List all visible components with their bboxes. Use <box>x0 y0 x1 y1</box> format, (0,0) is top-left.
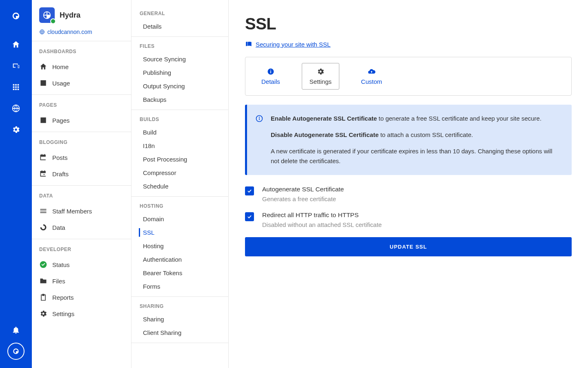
nav-item-reports[interactable]: Reports <box>32 289 131 305</box>
settings-section: BUILDSBuildI18nPost ProcessingCompressor… <box>131 110 228 197</box>
tab-custom[interactable]: Custom <box>353 63 390 90</box>
donut-icon <box>39 223 47 231</box>
settings-heading: SHARING <box>131 303 228 312</box>
nav-item-posts[interactable]: Posts <box>32 149 131 166</box>
banner-enable-rest: to generate a free SSL certificate and k… <box>377 115 541 122</box>
settings-item-hosting[interactable]: Hosting <box>131 239 228 253</box>
site-domain-link[interactable]: cloudcannon.com <box>39 29 124 35</box>
rail-home-icon[interactable] <box>7 36 24 53</box>
nav-heading: BLOGGING <box>32 138 131 149</box>
status-dot-icon <box>50 18 56 24</box>
nav-heading: DATA <box>32 191 131 203</box>
cloud-up-icon <box>368 67 376 76</box>
settings-item-bearer-tokens[interactable]: Bearer Tokens <box>131 266 228 280</box>
nav-item-files[interactable]: Files <box>32 273 131 289</box>
svg-rect-1 <box>270 71 271 73</box>
settings-item-compressor[interactable]: Compressor <box>131 166 228 180</box>
gear-icon <box>39 310 47 318</box>
gear-icon <box>316 67 325 76</box>
settings-item-i18n[interactable]: I18n <box>131 139 228 153</box>
settings-heading: BUILDS <box>131 117 228 126</box>
nav-item-drafts[interactable]: Drafts <box>32 166 131 182</box>
tab-label: Settings <box>310 78 332 85</box>
banner-note: A new certificate is generated if your c… <box>271 146 562 166</box>
settings-item-schedule[interactable]: Schedule <box>131 180 228 193</box>
folder-icon <box>39 277 47 285</box>
nav-item-label: Files <box>52 278 65 285</box>
nav-item-data[interactable]: Data <box>32 219 131 236</box>
nav-item-label: Data <box>52 224 65 231</box>
settings-section: GENERALDetails <box>131 4 228 37</box>
nav-item-settings[interactable]: Settings <box>32 305 131 322</box>
nav-section: DASHBOARDSHomeUsage <box>32 41 131 95</box>
nav-item-usage[interactable]: Usage <box>32 75 131 91</box>
nav-item-status[interactable]: Status <box>32 256 131 273</box>
tab-label: Details <box>261 78 280 85</box>
settings-item-domain[interactable]: Domain <box>131 212 228 226</box>
tab-settings[interactable]: Settings <box>302 63 339 90</box>
nav-item-label: Reports <box>52 294 74 301</box>
checkbox[interactable] <box>245 212 254 221</box>
update-ssl-button[interactable]: UPDATE SSL <box>245 237 572 256</box>
nav-section: BLOGGINGPostsDrafts <box>32 132 131 186</box>
settings-item-ssl[interactable]: SSL <box>131 226 228 239</box>
settings-item-client-sharing[interactable]: Client Sharing <box>131 326 228 339</box>
list-icon <box>39 207 47 215</box>
info-icon <box>267 67 275 76</box>
nav-item-label: Home <box>52 63 69 70</box>
checkbox-help: Disabled without an attached SSL certifi… <box>262 221 382 228</box>
settings-item-publishing[interactable]: Publishing <box>131 66 228 79</box>
site-sidebar: Hydra cloudcannon.com DASHBOARDSHomeUsag… <box>32 0 131 368</box>
checkbox-text: Redirect all HTTP traffic to HTTPS Disab… <box>262 211 382 228</box>
rail-globe-icon[interactable] <box>7 100 24 117</box>
rail-devices-icon[interactable] <box>7 57 24 74</box>
main-content: SSL Securing your site with SSL DetailsS… <box>229 0 588 368</box>
rail-bell-icon[interactable] <box>7 321 24 339</box>
settings-item-details[interactable]: Details <box>131 20 228 33</box>
settings-item-source-syncing[interactable]: Source Syncing <box>131 52 228 66</box>
check-circle-icon <box>39 260 47 269</box>
home-icon <box>39 63 47 71</box>
rail-account-avatar[interactable] <box>7 343 24 360</box>
settings-item-backups[interactable]: Backups <box>131 93 228 106</box>
settings-heading: HOSTING <box>131 203 228 212</box>
page-icon <box>39 116 47 124</box>
site-header: Hydra cloudcannon.com <box>32 0 131 41</box>
settings-heading: FILES <box>131 43 228 52</box>
settings-item-sharing[interactable]: Sharing <box>131 312 228 326</box>
settings-nav: GENERALDetailsFILESSource SyncingPublish… <box>131 0 229 368</box>
nav-item-label: Settings <box>52 310 74 317</box>
checkbox-label: Autogenerate SSL Certificate <box>262 186 344 193</box>
checkbox[interactable] <box>245 186 254 195</box>
settings-section: FILESSource SyncingPublishingOutput Sync… <box>131 37 228 110</box>
brand-logo <box>7 7 24 25</box>
settings-item-authentication[interactable]: Authentication <box>131 253 228 266</box>
nav-item-pages[interactable]: Pages <box>32 112 131 128</box>
check-icon <box>247 214 252 220</box>
checkbox-text: Autogenerate SSL Certificate Generates a… <box>262 186 344 202</box>
rail-gear-icon[interactable] <box>7 121 24 138</box>
banner-disable-strong: Disable Autogenerate SSL Certificate <box>271 131 379 138</box>
nav-heading: DEVELOPER <box>32 245 131 256</box>
settings-item-build[interactable]: Build <box>131 126 228 139</box>
tab-details[interactable]: Details <box>254 63 288 90</box>
global-nav-rail <box>0 0 32 368</box>
doc-link-row: Securing your site with SSL <box>245 40 572 48</box>
settings-item-forms[interactable]: Forms <box>131 280 228 293</box>
page-title: SSL <box>245 15 572 33</box>
book-icon <box>245 40 252 48</box>
bar-chart-icon <box>39 79 47 87</box>
rail-apps-icon[interactable] <box>7 79 24 96</box>
info-banner-body: Enable Autogenerate SSL Certificate to g… <box>271 114 562 166</box>
nav-item-home[interactable]: Home <box>32 58 131 75</box>
ssl-tab-card: DetailsSettingsCustom <box>245 57 572 96</box>
info-icon <box>255 114 263 123</box>
nav-item-staff-members[interactable]: Staff Members <box>32 203 131 219</box>
banner-disable-rest: to attach a custom SSL certificate. <box>379 131 473 138</box>
checkbox-help: Generates a free certificate <box>262 195 344 202</box>
checkbox-label: Redirect all HTTP traffic to HTTPS <box>262 211 382 219</box>
checkbox-row: Redirect all HTTP traffic to HTTPS Disab… <box>245 211 572 228</box>
settings-item-post-processing[interactable]: Post Processing <box>131 153 228 166</box>
doc-link[interactable]: Securing your site with SSL <box>256 41 330 48</box>
settings-item-output-syncing[interactable]: Output Syncing <box>131 79 228 93</box>
